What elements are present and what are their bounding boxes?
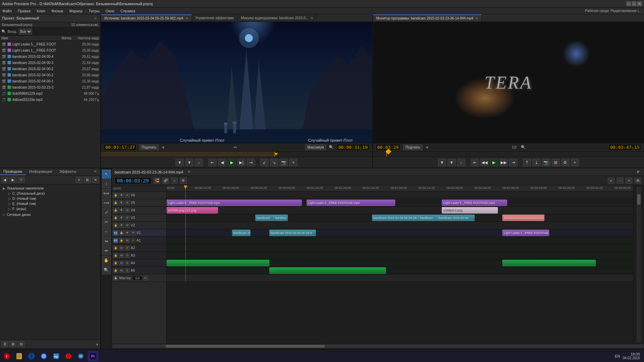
source-timecode-left[interactable]: 00:03:17;27 [104,144,137,151]
taskbar-opera-btn[interactable] [63,351,74,361]
tl-marker-btn[interactable]: ⬦ [171,178,178,184]
track-row-v3[interactable]: bandicam bandica bandicam 2015-02-04 00-… [167,214,633,222]
v2-eye-btn[interactable]: 👁 [119,223,124,228]
a2-solo-btn[interactable]: S [125,246,130,250]
v6-sync-btn[interactable]: ⟳ [125,193,130,198]
program-tab-close[interactable]: ✕ [475,16,478,20]
tl-link-btn[interactable]: 🔗 [162,178,169,184]
browser-local-drives[interactable]: ▶ Локальные накопители [1,186,99,191]
clip-v1-1[interactable]: bandicam 2015-02-04 00-25-5 [269,230,316,236]
browser-view-list[interactable]: ≡ [76,177,82,183]
source-tab-close-0[interactable]: ✕ [185,16,188,20]
track-row-v6[interactable] [167,192,633,199]
go-to-in-button[interactable]: ⇤ [208,159,217,166]
menu-titles[interactable]: Титры [88,9,100,13]
tool-rate-stretch[interactable]: ⤢ [102,208,111,217]
track-row-a4[interactable]: 🎵 🎵 [167,259,633,267]
tab-info[interactable]: Информация [26,168,55,175]
source-zoom-dropdown-icon[interactable]: ▼ [162,145,165,150]
timeline-horizontal-scroll[interactable] [112,344,644,348]
taskbar-premiere-btn[interactable]: Pr [88,351,99,361]
browser-settings-view[interactable]: ⊟ [18,341,25,347]
clip-v3-4[interactable]: bandicam 2015-02-04 [437,215,475,221]
export-frame-button[interactable]: 📷 [280,159,288,166]
mark-out-button[interactable]: ▼ [185,159,193,166]
source-tab-2[interactable]: Микшер аудиодорожки: bandicam 2015-0... … [237,14,317,22]
track-row-v2[interactable] [167,222,633,229]
tab-close[interactable]: ✕ [90,168,100,175]
h-scrollbar[interactable] [113,345,643,348]
prog-trim-monitor[interactable]: ⊞ [552,159,560,166]
track-row-a3[interactable] [167,252,633,259]
browser-list-view[interactable]: ☰ [1,341,8,347]
v3-eye-btn[interactable]: 👁 [119,216,124,220]
menu-clip[interactable]: Клип [36,9,46,13]
a2-lock-btn[interactable]: 🔒 [113,246,118,250]
taskbar-files-btn[interactable] [14,351,25,361]
source-scrub-bar[interactable] [101,151,372,157]
a3-solo-btn[interactable]: S [125,253,130,258]
mark-clip-button[interactable]: ⬦ [195,159,203,166]
v1-lock-btn[interactable]: 🔒 [119,231,124,235]
audio-clip-a5-0[interactable]: 🎵 [269,267,386,274]
step-forward-button[interactable]: ▶| [237,159,245,166]
menu-file[interactable]: Файл [1,9,13,13]
a1-solo-btn solo[interactable]: S [131,238,136,243]
prog-extract[interactable]: ⤓ [532,159,541,166]
timeline-ruler[interactable]: 00:00 00:00;14;29 00:00;29;29 00:00;44;2… [167,185,633,192]
prog-step-back[interactable]: ◀◀ [480,159,489,166]
source-tab-close-2[interactable]: ✕ [310,16,313,20]
project-item-4[interactable]: 🎬 bandicam 2015-02-04 00-2 20,67 кадр [0,66,100,72]
prog-step-fwd[interactable]: ▶▶ [500,159,508,166]
menu-edit[interactable]: Правка [17,9,31,13]
v5-sync-btn[interactable]: ⟳ [125,201,130,205]
a1-target-btn[interactable]: A1 [113,238,118,243]
prog-settings[interactable]: ⚙ [561,159,569,166]
prog-mark-out[interactable]: ▼ [448,159,456,166]
clip-v5-0[interactable]: Light Leaks 5 _FREE FOOTAGE.mp4 [167,199,302,206]
tl-zoom-in[interactable]: + [626,178,632,184]
program-zoom-label[interactable]: Подгнать [403,144,423,150]
project-item-5[interactable]: 🎬 bandicam 2015-02-04 00-2 20,86 кадр [0,72,100,78]
v3-sync-btn[interactable]: ⟳ [125,216,130,220]
browser-network-drives[interactable]: ▷ Сетевые диски [1,212,99,217]
menu-help[interactable]: Справка [119,9,136,13]
v1-eye-btn[interactable]: 👁 [125,231,130,235]
taskbar-start-btn[interactable]: r [1,351,12,361]
go-to-out-button[interactable]: ⇥ [247,159,255,166]
a5-solo-btn[interactable]: S [125,268,130,273]
play-button[interactable]: ▶ [228,159,236,166]
project-item-2[interactable]: 🎬 bandicam 2015-02-04 00-4 20,61 кадр [0,53,100,60]
prog-mark-clip[interactable]: ⬦ [457,159,465,166]
a4-lock-btn[interactable]: 🔒 [113,261,118,266]
h-scrollbar-thumb[interactable] [166,345,325,348]
tl-settings-btn[interactable]: ⚙ [180,178,187,184]
a5-mute-btn[interactable]: M [119,268,124,273]
vertical-scrollbar[interactable] [636,187,641,342]
audio-clip-a4-0[interactable]: 🎵 [167,260,269,266]
add-button[interactable]: + [289,159,297,166]
source-zoom-label[interactable]: Подгнать [139,144,159,150]
project-item-3[interactable]: 🎬 bandicam 2015-02-04 00-3 21,64 кадр [0,60,100,66]
track-row-a5[interactable]: 🎵 [167,267,633,274]
browser-grid-view[interactable]: ⊞ [10,341,16,347]
v2-sync-btn[interactable]: ⟳ [125,223,130,228]
tool-pen[interactable]: ✏ [102,246,111,255]
tl-zoom-out[interactable]: - [617,178,623,184]
clip-v4-0[interactable]: wCM2k.png 111.png [167,207,218,214]
v5-lock-btn[interactable]: 🔒 [113,201,118,205]
a4-solo-btn[interactable]: S [125,261,130,266]
browser-filter-btn[interactable]: ▽ [18,177,25,183]
prog-go-to-out[interactable]: ⇥ [509,159,517,166]
taskbar-chrome-btn[interactable] [38,351,49,361]
clip-v3-3[interactable]: bandicam : [418,215,437,221]
tl-snap-btn[interactable]: 🧲 [153,178,160,184]
a3-lock-btn[interactable]: 🔒 [113,253,118,258]
tl-fit-btn[interactable]: ⊞ [634,178,641,184]
v4-lock-btn[interactable]: 🔒 [113,208,118,213]
program-scrub-bar[interactable] [373,151,644,157]
clip-v5-2[interactable]: Light Leaks 5 _FREE FOOTAGE.mp4 [442,199,507,206]
v6-lock-btn[interactable]: 🔒 [113,193,118,198]
tool-slip[interactable]: ↔ [102,227,111,236]
expand-panel-btn[interactable]: ▲ [95,342,99,346]
